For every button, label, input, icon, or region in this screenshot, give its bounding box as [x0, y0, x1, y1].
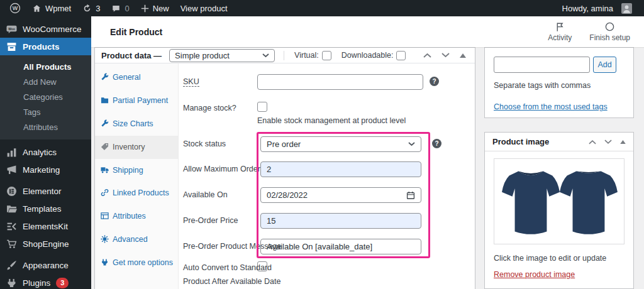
product-data-title: Product data — — [101, 51, 162, 60]
product-type-select[interactable]: Simple product — [169, 49, 275, 62]
gear-icon — [101, 235, 109, 243]
remove-product-image-link[interactable]: Remove product image — [494, 270, 575, 279]
comments-indicator[interactable]: 0 — [106, 0, 135, 16]
manage-stock-checkbox[interactable] — [257, 102, 267, 112]
move-up-icon[interactable] — [589, 139, 596, 144]
wrench-icon — [101, 73, 109, 81]
downloadable-checkbox[interactable] — [396, 51, 406, 60]
submenu-item-attributes[interactable]: Attributes — [0, 119, 91, 134]
product-image-caption: Click the image to edit or update — [494, 254, 606, 263]
metabox-controls — [589, 139, 626, 144]
flag-icon — [555, 21, 565, 32]
available-on-date-input[interactable]: 02/28/2022 — [260, 187, 421, 203]
preorder-message-label: Pre-Order Product Message — [183, 242, 281, 251]
finish-setup-button[interactable]: Finish setup — [589, 21, 630, 42]
site-menu[interactable]: Wpmet — [26, 0, 77, 16]
stock-status-select[interactable]: Pre order — [260, 136, 421, 152]
stock-status-help-icon[interactable] — [432, 139, 441, 148]
sidebar-item-templates[interactable]: Templates — [0, 200, 91, 217]
sidebar-item-analytics[interactable]: Analytics — [0, 143, 91, 161]
tab-inventory[interactable]: Inventory — [95, 136, 178, 159]
submenu-item-add-new[interactable]: Add New — [0, 74, 91, 89]
woocommerce-edit-product-page: W Wpmet 3 0 New View product — [0, 0, 644, 289]
tag-icon — [101, 143, 109, 151]
sku-label: SKU — [183, 77, 199, 86]
new-menu[interactable]: New — [135, 0, 175, 16]
updates-icon — [82, 4, 92, 13]
downloadable-checkbox-group: Downloadable: — [341, 51, 406, 60]
inventory-form: SKU Manage stock? Enable stock managemen… — [179, 63, 475, 289]
allow-max-order-input[interactable]: 2 — [260, 161, 421, 177]
list-table-icon — [101, 212, 109, 220]
svg-text:W: W — [13, 5, 18, 11]
move-down-icon[interactable] — [604, 139, 612, 144]
updates-count: 3 — [96, 4, 100, 13]
sidebar-item-plugins[interactable]: Plugins 3 — [0, 274, 91, 289]
submenu-item-all-products[interactable]: All Products — [0, 59, 91, 74]
activity-button[interactable]: Activity — [548, 21, 572, 42]
sidebar-item-appearance[interactable]: Appearance — [0, 256, 91, 274]
avatar — [621, 3, 632, 14]
elementor-icon — [6, 186, 17, 197]
submenu-item-tags[interactable]: Tags — [0, 104, 91, 119]
sku-input[interactable] — [257, 74, 423, 90]
most-used-tags-link[interactable]: Choose from the most used tags — [494, 102, 608, 111]
sidebar-item-elementor[interactable]: Elementor — [0, 182, 91, 200]
stock-status-label: Stock status — [183, 139, 226, 148]
move-up-icon[interactable] — [423, 53, 431, 58]
preorder-message-input[interactable]: Available On [available_date] — [260, 239, 421, 254]
sidebar-item-marketing[interactable]: Marketing — [0, 161, 91, 178]
comments-icon — [111, 4, 121, 13]
tab-general[interactable]: General — [95, 66, 178, 89]
view-product-link[interactable]: View product — [175, 0, 233, 16]
sku-help-icon[interactable] — [430, 77, 439, 86]
preorder-price-input[interactable]: 15 — [260, 213, 421, 229]
toggle-panel-icon[interactable] — [620, 140, 626, 144]
plugins-update-badge: 3 — [56, 278, 69, 288]
auto-convert-label-line2: Product After Available Date — [183, 277, 280, 286]
sidebar: Woo WooCommerce Products All Products Ad… — [0, 16, 91, 289]
tshirt-front-back-image — [494, 159, 624, 244]
products-submenu: All Products Add New Categories Tags Att… — [0, 55, 91, 139]
product-data-panel: Product data — Simple product Virtual: D… — [94, 47, 475, 289]
add-tag-button[interactable]: Add — [593, 57, 616, 73]
manage-stock-description: Enable stock management at product level — [257, 116, 406, 125]
tab-linked-products[interactable]: Linked Products — [95, 182, 178, 205]
site-name: Wpmet — [45, 4, 71, 13]
admin-bar-right: Howdy, amina — [557, 0, 644, 16]
virtual-checkbox[interactable] — [322, 51, 331, 60]
product-data-header: Product data — Simple product Virtual: D… — [95, 48, 475, 63]
tab-attributes[interactable]: Attributes — [95, 205, 178, 228]
updates-indicator[interactable]: 3 — [77, 0, 106, 16]
product-data-tabs: General Partial Payment Size Charts Inve… — [95, 63, 179, 289]
plus-icon — [141, 4, 149, 13]
sidebar-item-elementskit[interactable]: ElementsKit — [0, 217, 91, 235]
product-image-thumbnail[interactable] — [494, 158, 625, 244]
tab-advanced[interactable]: Advanced — [95, 228, 178, 251]
chevron-down-icon — [408, 142, 415, 146]
wordpress-logo-icon[interactable]: W — [4, 0, 26, 16]
tag-input[interactable] — [494, 57, 590, 73]
tab-get-more-options[interactable]: Get more options — [95, 251, 178, 275]
allow-max-order-label: Allow Maximum Order — [183, 165, 260, 173]
wordpress-logo-icon: W — [9, 3, 21, 14]
account-menu[interactable]: Howdy, amina — [557, 3, 638, 14]
submenu-item-categories[interactable]: Categories — [0, 89, 91, 104]
tab-shipping[interactable]: Shipping — [95, 159, 178, 182]
plug-icon — [101, 258, 109, 266]
tab-size-charts[interactable]: Size Charts — [95, 112, 178, 136]
home-icon — [32, 4, 42, 13]
sidebar-item-products[interactable]: Products — [0, 38, 91, 55]
tab-partial-payment[interactable]: Partial Payment — [95, 89, 178, 112]
wrench-icon — [101, 119, 109, 128]
calendar-icon — [406, 191, 415, 200]
product-image-title: Product image — [492, 137, 549, 146]
admin-bar-left: W Wpmet 3 0 New View product — [0, 0, 233, 16]
toggle-panel-icon[interactable] — [460, 53, 466, 58]
sidebar-item-shopengine[interactable]: ShopEngine — [0, 235, 91, 253]
metabox-controls — [423, 53, 475, 58]
woocommerce-icon: Woo — [6, 24, 17, 35]
divider — [284, 51, 284, 60]
sidebar-item-woocommerce[interactable]: Woo WooCommerce — [0, 20, 91, 38]
move-down-icon[interactable] — [441, 53, 450, 58]
